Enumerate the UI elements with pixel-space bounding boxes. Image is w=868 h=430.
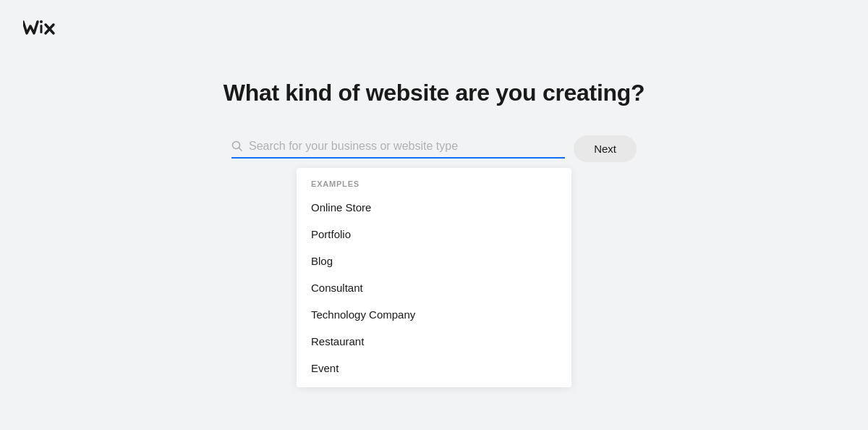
list-item[interactable]: Restaurant <box>297 328 571 355</box>
page-title: What kind of website are you creating? <box>224 80 644 106</box>
dropdown-container: EXAMPLES Online Store Portfolio Blog Con… <box>297 168 571 387</box>
list-item[interactable]: Event <box>297 355 571 381</box>
list-item[interactable]: Portfolio <box>297 221 571 248</box>
list-item[interactable]: Online Store <box>297 194 571 221</box>
search-container <box>231 140 565 159</box>
next-button[interactable]: Next <box>574 135 637 162</box>
list-item[interactable]: Technology Company <box>297 301 571 328</box>
search-input[interactable] <box>249 140 565 153</box>
wix-logo-svg <box>23 17 67 39</box>
logo[interactable] <box>23 17 67 42</box>
main-content: What kind of website are you creating? N… <box>0 0 868 387</box>
examples-label: EXAMPLES <box>297 180 571 194</box>
search-icon <box>231 140 243 152</box>
svg-point-0 <box>40 20 43 23</box>
svg-rect-1 <box>41 25 43 33</box>
search-row: Next <box>231 135 637 162</box>
list-item[interactable]: Consultant <box>297 274 571 301</box>
list-item[interactable]: Blog <box>297 248 571 274</box>
